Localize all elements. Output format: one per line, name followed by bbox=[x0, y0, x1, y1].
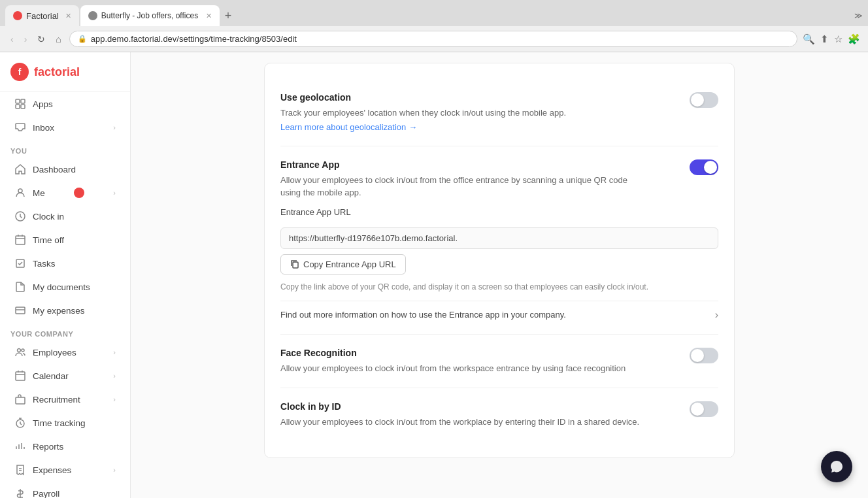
geolocation-toggle-knob bbox=[691, 93, 704, 107]
svg-rect-5 bbox=[21, 105, 25, 108]
geolocation-setting: Use geolocation Track your employees' lo… bbox=[280, 79, 718, 146]
geolocation-link[interactable]: Learn more about geolocalization → bbox=[280, 122, 417, 132]
me-chevron: › bbox=[113, 189, 116, 197]
time-tracking-label: Time tracking bbox=[33, 418, 86, 428]
geolocation-link-text: Learn more about geolocalization bbox=[280, 122, 406, 132]
logo[interactable]: f factorial bbox=[0, 52, 130, 92]
sidebar-item-my-expenses[interactable]: My expenses bbox=[4, 299, 126, 322]
expenses-chevron: › bbox=[113, 466, 116, 474]
svg-rect-3 bbox=[21, 99, 25, 103]
main-content: Use geolocation Track your employees' lo… bbox=[131, 52, 868, 498]
clock-icon bbox=[14, 210, 26, 222]
toolbar-icons: 🔍 ⬆ ☆ 🧩 bbox=[803, 33, 860, 45]
inbox-label: Inbox bbox=[33, 123, 54, 133]
inbox-icon bbox=[14, 122, 26, 133]
tasks-label: Tasks bbox=[33, 259, 56, 269]
employees-chevron: › bbox=[113, 348, 116, 356]
face-recognition-title: Face Recognition bbox=[280, 348, 626, 358]
your-company-label: Your Company bbox=[0, 322, 130, 340]
share-icon[interactable]: ⬆ bbox=[820, 33, 829, 45]
me-badge bbox=[74, 188, 84, 198]
home-button[interactable]: ⌂ bbox=[53, 31, 63, 47]
back-button[interactable]: ‹ bbox=[8, 31, 16, 47]
url-bar[interactable]: 🔒 app.demo.factorial.dev/settings/time-t… bbox=[69, 31, 797, 47]
face-recognition-toggle[interactable] bbox=[690, 348, 718, 363]
sidebar-item-dashboard[interactable]: Dashboard bbox=[4, 158, 126, 180]
tab-favicon-factorial bbox=[13, 11, 22, 20]
calendar-chevron: › bbox=[113, 372, 116, 380]
forward-button[interactable]: › bbox=[22, 31, 30, 47]
entrance-more-section[interactable]: Find out more information on how to use … bbox=[280, 301, 718, 321]
apps-label: Apps bbox=[33, 99, 53, 109]
svg-rect-10 bbox=[16, 307, 25, 314]
browser-chrome: Factorial ✕ Butterfly - Job offers, offi… bbox=[0, 0, 868, 52]
tab-overflow[interactable]: ≫ bbox=[854, 11, 863, 20]
sidebar-item-inbox[interactable]: Inbox › bbox=[4, 116, 126, 139]
sidebar-item-calendar[interactable]: Calendar › bbox=[4, 365, 126, 387]
credit-card-icon bbox=[14, 305, 26, 316]
users-icon bbox=[14, 346, 26, 358]
bookmark-icon[interactable]: ☆ bbox=[834, 33, 843, 45]
sidebar-item-clock-in[interactable]: Clock in bbox=[4, 205, 126, 227]
geolocation-toggle[interactable] bbox=[690, 92, 718, 108]
sidebar-item-recruitment[interactable]: Recruitment › bbox=[4, 388, 126, 410]
svg-point-6 bbox=[18, 189, 22, 193]
calendar-icon bbox=[14, 370, 26, 382]
sidebar-item-payroll[interactable]: Payroll bbox=[4, 482, 126, 498]
timer-icon bbox=[14, 417, 26, 429]
clock-in-id-setting: Clock in by ID Allow your employees to c… bbox=[280, 388, 718, 442]
svg-text:f: f bbox=[18, 67, 22, 77]
sidebar-item-my-documents[interactable]: My documents bbox=[4, 276, 126, 298]
entrance-more-arrow-icon: › bbox=[715, 309, 718, 321]
extension-icon[interactable]: 🧩 bbox=[848, 33, 860, 45]
entrance-url-input[interactable] bbox=[280, 227, 718, 249]
copy-btn-label: Copy Entrance App URL bbox=[303, 259, 396, 269]
new-tab-button[interactable]: + bbox=[220, 9, 237, 23]
geolocation-title: Use geolocation bbox=[280, 92, 566, 103]
payroll-label: Payroll bbox=[33, 489, 59, 499]
dashboard-label: Dashboard bbox=[33, 165, 76, 174]
sidebar-item-tasks[interactable]: Tasks bbox=[4, 252, 126, 274]
sidebar-item-time-off[interactable]: Time off bbox=[4, 229, 126, 251]
tab-label-butterfly: Butterfly - Job offers, offices a... bbox=[101, 11, 199, 20]
settings-section: Use geolocation Track your employees' lo… bbox=[264, 63, 735, 458]
sidebar-item-me[interactable]: Me › bbox=[4, 182, 126, 204]
clock-in-id-toggle[interactable] bbox=[690, 401, 718, 417]
sidebar-item-employees[interactable]: Employees › bbox=[4, 341, 126, 363]
grid-icon bbox=[14, 98, 26, 110]
chat-button[interactable] bbox=[821, 451, 852, 482]
svg-point-12 bbox=[22, 349, 24, 352]
svg-rect-4 bbox=[16, 105, 20, 108]
entrance-app-toggle[interactable] bbox=[690, 159, 718, 175]
recruitment-chevron: › bbox=[113, 395, 116, 403]
sidebar-item-time-tracking[interactable]: Time tracking bbox=[4, 412, 126, 434]
svg-rect-17 bbox=[293, 262, 298, 268]
entrance-app-url-section: Entrance App URL Copy Entrance App URL C… bbox=[280, 207, 718, 293]
geolocation-arrow-icon: → bbox=[409, 122, 417, 132]
check-square-icon bbox=[14, 257, 26, 269]
face-recognition-setting: Face Recognition Allow your employees to… bbox=[280, 335, 718, 389]
entrance-more-text: Find out more information on how to use … bbox=[280, 310, 566, 320]
content-panel: Use geolocation Track your employees' lo… bbox=[238, 63, 761, 458]
search-icon[interactable]: 🔍 bbox=[803, 33, 815, 45]
tab-butterfly[interactable]: Butterfly - Job offers, offices a... ✕ bbox=[80, 5, 220, 26]
tab-close-factorial[interactable]: ✕ bbox=[65, 12, 71, 20]
logo-text: factorial bbox=[34, 65, 80, 79]
clock-in-label: Clock in bbox=[33, 212, 64, 222]
me-label: Me bbox=[33, 188, 45, 198]
geolocation-text: Use geolocation Track your employees' lo… bbox=[280, 92, 566, 133]
home-icon bbox=[14, 163, 26, 175]
clock-in-id-text: Clock in by ID Allow your employees to c… bbox=[280, 401, 639, 429]
app: f factorial Apps Inbox › You Dashboard M… bbox=[0, 52, 868, 498]
entrance-app-note: Copy the link above of your QR code, and… bbox=[280, 281, 718, 293]
sidebar-item-apps[interactable]: Apps bbox=[4, 93, 126, 115]
reload-button[interactable]: ↻ bbox=[35, 31, 48, 47]
face-recognition-text: Face Recognition Allow your employees to… bbox=[280, 348, 626, 375]
briefcase-icon bbox=[14, 393, 26, 405]
tab-factorial[interactable]: Factorial ✕ bbox=[5, 5, 79, 26]
copy-entrance-url-button[interactable]: Copy Entrance App URL bbox=[280, 254, 406, 274]
tab-close-butterfly[interactable]: ✕ bbox=[206, 12, 212, 20]
sidebar-item-expenses[interactable]: Expenses › bbox=[4, 459, 126, 481]
sidebar-item-reports[interactable]: Reports bbox=[4, 435, 126, 457]
clock-in-id-header: Clock in by ID Allow your employees to c… bbox=[280, 401, 718, 429]
